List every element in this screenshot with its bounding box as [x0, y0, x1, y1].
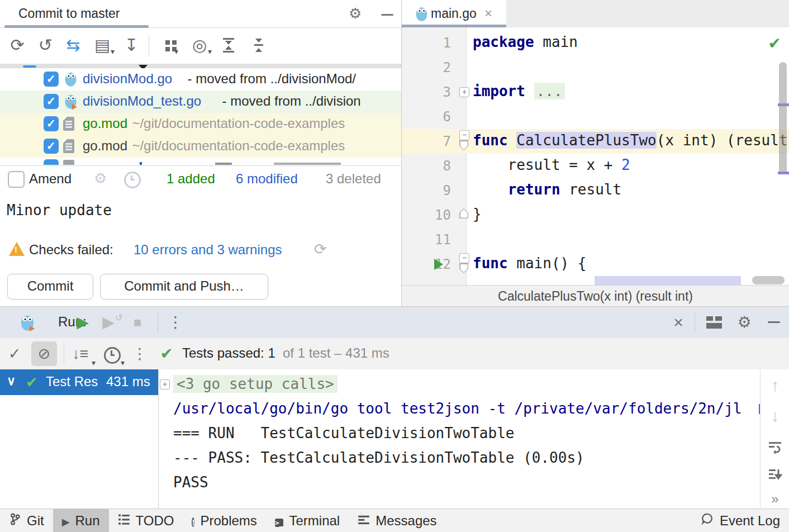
commit-and-push-button[interactable]: Commit and Push…	[100, 274, 268, 300]
todo-list-icon	[118, 513, 130, 529]
code-line[interactable]: 3+import ...	[402, 80, 789, 104]
collapse-all-icon[interactable]	[249, 36, 268, 55]
changed-file-row[interactable]: ✓divisionMod.go- moved from ../divisionM…	[0, 68, 401, 91]
console-line: === RUN TestCalculateDivisionTwoTable	[159, 421, 760, 445]
minimize-icon[interactable]	[768, 321, 780, 323]
toolwindow-tab-label: Event Log	[720, 513, 780, 529]
code-line[interactable]: 10}	[402, 203, 789, 227]
toolwindow-tab-event-log[interactable]: Event Log	[692, 509, 789, 532]
code-line[interactable]: 8 result = x + 2	[402, 154, 789, 178]
code-line[interactable]: 6	[402, 104, 789, 129]
commit-header: Commit to master ⚙	[0, 0, 401, 28]
more-vertical-icon[interactable]: ⋮	[130, 345, 150, 363]
test-history-clock-icon[interactable]	[104, 347, 121, 364]
code-token: main() {	[508, 255, 587, 272]
fold-expand-icon[interactable]: +	[160, 379, 170, 390]
code-editor[interactable]: 1package main23+import ...67−func Calcul…	[402, 27, 789, 285]
show-diff-icon[interactable]: ⇆	[61, 35, 85, 56]
tool-window-bar: Git▶RunTODO!Problems>_TerminalMessagesEv…	[0, 509, 789, 532]
line-number: 2	[402, 60, 451, 75]
hide-passed-icon: ⊘	[34, 345, 54, 363]
file-name: go.mod	[83, 138, 127, 154]
clipped-checkbox	[23, 65, 36, 68]
code-text: import ...	[473, 83, 565, 99]
line-number: 6	[402, 109, 451, 125]
commit-message-area[interactable]: Minor update	[0, 193, 401, 235]
gear-icon[interactable]: ⚙	[734, 313, 754, 332]
code-text: result = x + 2	[473, 156, 630, 173]
close-icon[interactable]: ×	[668, 313, 688, 332]
chevron-expanded-icon[interactable]: ∨	[7, 374, 16, 388]
minimize-icon[interactable]	[381, 14, 393, 16]
horizontal-scrollbar-thumb[interactable]	[752, 276, 785, 284]
expand-all-icon[interactable]	[219, 36, 238, 55]
history-clock-icon[interactable]	[124, 172, 141, 188]
code-line[interactable]: 11	[402, 227, 789, 252]
code-token: (x int) (result int	[657, 132, 789, 149]
shelve-icon[interactable]: ↧	[120, 35, 143, 56]
file-name: divisionMod_test.go	[83, 93, 201, 109]
code-line[interactable]: 12−func main() {	[402, 252, 789, 277]
changed-file-row[interactable]: ✓divisionMod_test.go- moved from ../divi…	[0, 91, 401, 113]
gear-icon[interactable]: ⚙	[94, 170, 107, 187]
toolwindow-tab-run[interactable]: ▶Run	[53, 509, 109, 532]
code-line[interactable]: 2	[402, 55, 789, 80]
layout-settings-icon[interactable]	[706, 316, 722, 329]
test-results-label: Test Res	[46, 374, 105, 390]
more-chevron-icon[interactable]: »	[761, 491, 789, 507]
fold-region-marker	[459, 208, 468, 218]
modified-count[interactable]: 6 modified	[236, 171, 298, 187]
clipped-text	[274, 163, 341, 165]
changed-file-row[interactable]: ✓go.mod~/git/documentation-code-examples	[0, 135, 401, 158]
amend-checkbox[interactable]	[8, 171, 25, 188]
refresh-icon[interactable]: ⟳	[6, 35, 29, 56]
fold-collapse-icon[interactable]: −	[459, 130, 469, 140]
rollback-icon[interactable]: ↺	[34, 35, 57, 56]
test-results-row[interactable]: ∨ ✔ Test Res 431 ms	[0, 369, 158, 395]
toolwindow-tab-git[interactable]: Git	[0, 509, 53, 532]
soft-wrap-icon[interactable]	[768, 440, 782, 454]
rerun-checks-icon[interactable]: ⟳	[314, 240, 327, 258]
inspections-ok-icon[interactable]: ✔	[768, 34, 781, 53]
tests-passed-text: Tests passed: 1	[182, 345, 275, 361]
checks-errors-link[interactable]: 10 errors and 3 warnings	[134, 242, 282, 258]
fold-expand-icon[interactable]: +	[459, 87, 469, 97]
toolwindow-tab-todo[interactable]: TODO	[109, 509, 183, 532]
fold-collapse-icon[interactable]: −	[459, 253, 469, 263]
scroll-to-end-icon[interactable]	[768, 468, 782, 482]
editor-scrollbar-thumb[interactable]	[779, 62, 787, 174]
code-line[interactable]: 9 return result	[402, 178, 789, 203]
more-vertical-icon[interactable]: ⋮	[165, 313, 186, 332]
toolwindow-tab-problems[interactable]: !Problems	[183, 509, 265, 532]
gear-icon[interactable]: ⚙	[349, 5, 362, 22]
file-checkbox[interactable]: ✓	[44, 116, 59, 131]
commit-message-text[interactable]: Minor update	[7, 202, 112, 218]
sort-by-duration-icon[interactable]: ↓≡	[70, 345, 91, 363]
close-icon[interactable]: ×	[484, 6, 492, 21]
changed-file-row[interactable]: ✓go.mod~/git/documentation-code-examples	[0, 113, 401, 135]
file-checkbox[interactable]: ✓	[44, 94, 59, 109]
run-line-icon[interactable]	[434, 259, 443, 270]
toolwindow-tab-terminal[interactable]: >_Terminal	[266, 509, 349, 532]
file-icon	[63, 160, 74, 165]
group-by-icon[interactable]	[165, 40, 170, 45]
amend-label: Amend	[29, 171, 72, 187]
file-checkbox[interactable]	[44, 159, 59, 165]
commit-button[interactable]: Commit	[7, 274, 93, 300]
code-token: main	[534, 34, 578, 50]
test-console[interactable]: <3 go setup calls>+/usr/local/go/bin/go …	[159, 369, 760, 509]
code-line[interactable]: 7−func CalculatePlusTwo(x int) (result i…	[402, 129, 789, 154]
file-checkbox[interactable]: ✓	[44, 139, 59, 154]
toolbar-divider	[695, 312, 695, 332]
code-line[interactable]: 1package main	[402, 31, 789, 55]
rerun-button[interactable]: ▶	[73, 313, 93, 332]
file-detail: - moved from ../division	[222, 93, 361, 109]
file-detail: - moved from ../divisionMod/	[188, 71, 356, 87]
tab-main-go[interactable]: main.go ×	[402, 0, 506, 27]
line-number: 9	[402, 183, 451, 198]
show-passed-icon[interactable]: ✓	[4, 345, 25, 363]
console-line: --- PASS: TestCalculateDivisionTwoTable …	[159, 445, 760, 470]
toolbar-divider	[64, 344, 64, 364]
toolwindow-tab-messages[interactable]: Messages	[349, 509, 445, 532]
file-checkbox[interactable]: ✓	[44, 72, 59, 87]
